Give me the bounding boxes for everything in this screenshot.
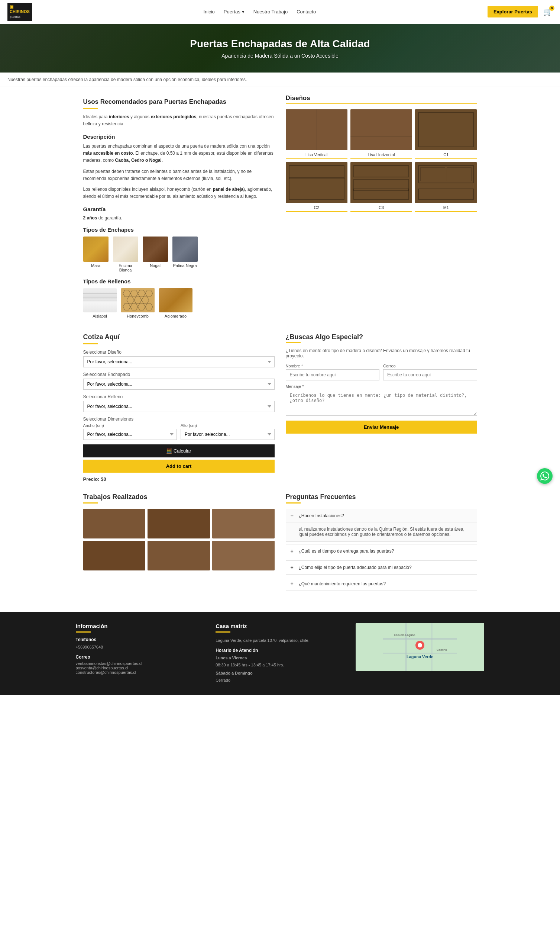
footer-lv: Lunes a Viernes 08:30 a 13:45 hrs - 13:4… — [216, 654, 344, 668]
aislapol-img — [83, 288, 117, 312]
door-c2-label: C2 — [286, 205, 347, 212]
door-m1-img — [415, 162, 477, 203]
door-lisa-horizontal-img — [350, 109, 412, 150]
busca-description: ¿Tienes en mente otro tipo de madera o d… — [286, 348, 477, 359]
relleno-select[interactable]: Por favor, selecciona... Aislapol Honeyc… — [83, 401, 275, 412]
usos-title: Usos Recomendados para Puertas Enchapada… — [83, 98, 275, 106]
mara-label: Mara — [83, 263, 108, 268]
door-lisa-vertical: Lisa Vertical — [286, 109, 347, 159]
door-c1: C1 — [415, 109, 477, 159]
cotiza-title: Cotiza Aquí — [83, 333, 275, 341]
enchap-label: Seleccionar Enchapado — [83, 372, 275, 377]
nav-trabajo[interactable]: Nuestro Trabajo — [253, 9, 288, 14]
logo-box: ▣ CHIRINOS puertas — [8, 3, 32, 21]
alto-select[interactable]: Por favor, selecciona... — [180, 429, 275, 440]
honeycomb-svg — [121, 288, 154, 312]
whatsapp-float-button[interactable] — [537, 468, 552, 484]
busca-section: ¿Buscas Algo Especial? ¿Tienes en mente … — [286, 333, 477, 482]
faq-question-2[interactable]: + ¿Cuál es el tiempo de entrega para las… — [286, 544, 477, 558]
footer-info-col: Información Teléfonos +56996657648 Corre… — [76, 623, 205, 683]
door-lisa-vertical-img — [286, 109, 347, 150]
enchape-patina: Patina Negra — [173, 236, 198, 272]
form-group-enchap: Seleccionar Enchapado Por favor, selecci… — [83, 372, 275, 390]
hero-subtitle: Apariencia de Madera Sólida a un Costo A… — [222, 53, 338, 59]
correo-group: Correo — [383, 364, 477, 380]
footer-grid: Información Teléfonos +56996657648 Corre… — [76, 623, 484, 683]
info-disenos-columns: Usos Recomendados para Puertas Enchapada… — [83, 94, 477, 322]
faq-question-1[interactable]: − ¿Hacen Instalaciones? — [286, 509, 477, 522]
explorar-puertas-button[interactable]: Explorar Puertas — [487, 6, 538, 17]
faq-item-1: − ¿Hacen Instalaciones? si, realizamos i… — [286, 509, 477, 542]
alto-group: Alto (cm) Por favor, selecciona... — [180, 423, 275, 440]
map-svg: Laguna Verde Escuela Laguna Camino — [383, 623, 457, 671]
nombre-group: Nombre * — [286, 364, 380, 380]
encima-swatch — [113, 236, 138, 262]
nav-puertas[interactable]: Puertas ▾ — [224, 9, 245, 14]
nav-contacto[interactable]: Contacto — [296, 9, 316, 14]
trabajos-gallery — [83, 509, 275, 570]
faq-question-4[interactable]: + ¿Qué mantenimiento requieren las puert… — [286, 577, 477, 590]
busca-bar — [286, 342, 301, 343]
aglomerado-img — [159, 288, 193, 312]
cart-icon[interactable]: 🛒 0 — [543, 8, 552, 16]
nombre-input[interactable] — [286, 369, 380, 380]
encima-label: EncimaBlanca — [113, 263, 138, 272]
door-lisa-horizontal-label: Lisa Horizontal — [350, 153, 412, 159]
nogal-swatch — [143, 236, 168, 262]
mara-swatch — [83, 236, 108, 262]
calcular-button[interactable]: 🧮 Calcular — [83, 444, 275, 457]
faq-q4-text: ¿Qué mantenimiento requieren las puertas… — [299, 581, 386, 586]
dim-label: Seleccionar Dimensiones — [83, 416, 275, 422]
trabajos-title: Trabajos Realizados — [83, 493, 275, 501]
door-c1-img — [415, 109, 477, 150]
enchape-encima: EncimaBlanca — [113, 236, 138, 272]
footer-sd: Sábado a Domingo Cerrado — [216, 670, 344, 683]
footer-casa-col: Casa matriz Laguna Verde, calle parcela … — [216, 623, 344, 683]
info-column: Usos Recomendados para Puertas Enchapada… — [83, 94, 275, 322]
relleno-honeycomb: Honeycomb — [121, 288, 154, 318]
trabajos-bar — [83, 502, 98, 504]
footer-email-3[interactable]: constructoras@chirinospuertas.cl — [76, 670, 205, 675]
patina-swatch — [173, 236, 198, 262]
door-c2-panel-bottom — [289, 178, 344, 200]
hero-section: Puertas Enchapadas de Alta Calidad Apari… — [0, 24, 560, 73]
faq-q1-text: ¿Hacen Instalaciones? — [299, 513, 344, 518]
door-m1-label: M1 — [415, 205, 477, 212]
desc-p1: Las puertas enchapadas combinan el aspec… — [83, 143, 275, 164]
footer-email-2[interactable]: posventa@chirinospuertas.cl — [76, 666, 205, 670]
door-c3-visual — [350, 162, 412, 203]
footer-address: Laguna Verde, calle parcela 1070, valpar… — [216, 637, 344, 644]
door-c3-img — [350, 162, 412, 203]
enviar-mensaje-button[interactable]: Enviar Mensaje — [286, 420, 477, 434]
nombre-label: Nombre * — [286, 364, 380, 368]
footer-email-1[interactable]: ventasminoristas@chirinospuertas.cl — [76, 661, 205, 666]
faq-bar — [286, 502, 301, 504]
door-m1-top — [418, 165, 474, 184]
enchap-select[interactable]: Por favor, selecciona... Mara Encima Bla… — [83, 379, 275, 390]
footer: Información Teléfonos +56996657648 Corre… — [0, 612, 560, 695]
form-group-relleno: Seleccionar Relleno Por favor, seleccion… — [83, 394, 275, 412]
busca-name-email-row: Nombre * Correo — [286, 364, 477, 380]
diseno-select[interactable]: Por favor, selecciona... Lisa Vertical L… — [83, 356, 275, 368]
nav-inicio[interactable]: Inicio — [204, 9, 215, 14]
door-lisa-horizontal-visual — [350, 109, 412, 150]
door-c2: C2 — [286, 162, 347, 212]
rellenos-grid: Aislapol — [83, 288, 275, 318]
faq-plus-icon-2: + — [291, 548, 296, 554]
ancho-select[interactable]: Por favor, selecciona... — [83, 429, 177, 440]
logo-area: ▣ CHIRINOS puertas — [8, 3, 32, 21]
descripcion-title: Descripción — [83, 133, 275, 140]
hero-title: Puertas Enchapadas de Alta Calidad — [190, 38, 370, 50]
correo-input[interactable] — [383, 369, 477, 380]
svg-rect-16 — [431, 623, 432, 671]
cotiza-bar — [83, 343, 98, 345]
add-to-cart-button[interactable]: Add to cart — [83, 460, 275, 473]
faq-plus-icon-4: + — [291, 581, 296, 587]
footer-info-title: Información — [76, 623, 205, 629]
faq-minus-icon-1: − — [291, 513, 296, 519]
disenos-title: Diseños — [286, 94, 477, 102]
trabajos-faq-columns: Trabajos Realizados Preguntas Frecuentes… — [83, 493, 477, 593]
mensaje-textarea[interactable] — [286, 390, 477, 416]
mensaje-label: Mensaje * — [286, 384, 477, 389]
faq-question-3[interactable]: + ¿Cómo elijo el tipo de puerta adecuado… — [286, 561, 477, 574]
